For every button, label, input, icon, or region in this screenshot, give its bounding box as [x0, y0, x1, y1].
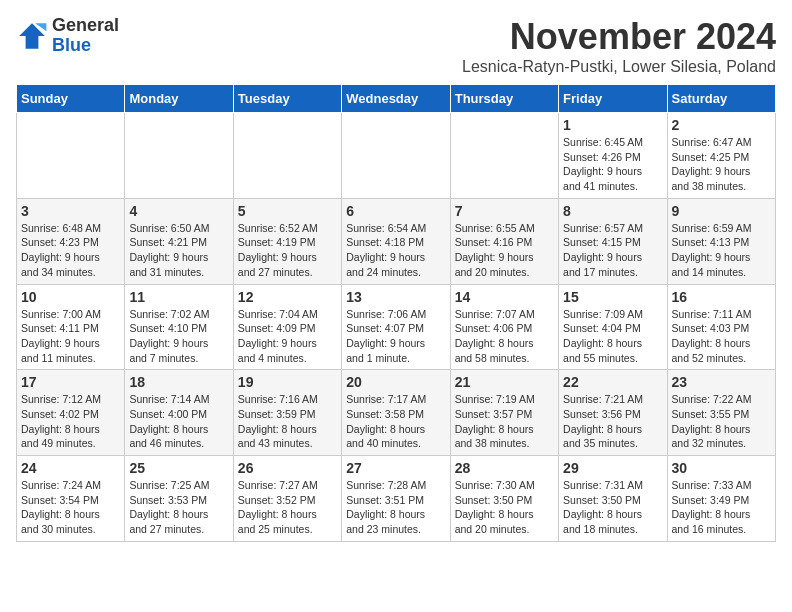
calendar-week-3: 10Sunrise: 7:00 AM Sunset: 4:11 PM Dayli… [17, 284, 776, 370]
day-info: Sunrise: 7:24 AM Sunset: 3:54 PM Dayligh… [21, 478, 120, 537]
month-title: November 2024 [462, 16, 776, 58]
title-block: November 2024 Lesnica-Ratyn-Pustki, Lowe… [462, 16, 776, 76]
day-info: Sunrise: 7:16 AM Sunset: 3:59 PM Dayligh… [238, 392, 337, 451]
day-info: Sunrise: 7:19 AM Sunset: 3:57 PM Dayligh… [455, 392, 554, 451]
calendar-cell: 1Sunrise: 6:45 AM Sunset: 4:26 PM Daylig… [559, 113, 667, 199]
day-number: 15 [563, 289, 662, 305]
calendar-cell: 11Sunrise: 7:02 AM Sunset: 4:10 PM Dayli… [125, 284, 233, 370]
header-day-wednesday: Wednesday [342, 85, 450, 113]
calendar-cell: 23Sunrise: 7:22 AM Sunset: 3:55 PM Dayli… [667, 370, 775, 456]
day-number: 23 [672, 374, 771, 390]
header-day-tuesday: Tuesday [233, 85, 341, 113]
calendar-cell: 17Sunrise: 7:12 AM Sunset: 4:02 PM Dayli… [17, 370, 125, 456]
day-info: Sunrise: 6:48 AM Sunset: 4:23 PM Dayligh… [21, 221, 120, 280]
day-number: 4 [129, 203, 228, 219]
calendar-cell: 29Sunrise: 7:31 AM Sunset: 3:50 PM Dayli… [559, 456, 667, 542]
calendar-cell [342, 113, 450, 199]
day-info: Sunrise: 7:09 AM Sunset: 4:04 PM Dayligh… [563, 307, 662, 366]
logo-general: General [52, 15, 119, 35]
day-info: Sunrise: 6:45 AM Sunset: 4:26 PM Dayligh… [563, 135, 662, 194]
calendar-cell: 10Sunrise: 7:00 AM Sunset: 4:11 PM Dayli… [17, 284, 125, 370]
day-number: 25 [129, 460, 228, 476]
calendar-cell [233, 113, 341, 199]
calendar-cell: 4Sunrise: 6:50 AM Sunset: 4:21 PM Daylig… [125, 198, 233, 284]
day-number: 18 [129, 374, 228, 390]
calendar-cell: 12Sunrise: 7:04 AM Sunset: 4:09 PM Dayli… [233, 284, 341, 370]
day-number: 22 [563, 374, 662, 390]
day-number: 19 [238, 374, 337, 390]
header-day-monday: Monday [125, 85, 233, 113]
calendar-cell: 24Sunrise: 7:24 AM Sunset: 3:54 PM Dayli… [17, 456, 125, 542]
calendar-cell: 30Sunrise: 7:33 AM Sunset: 3:49 PM Dayli… [667, 456, 775, 542]
day-info: Sunrise: 7:06 AM Sunset: 4:07 PM Dayligh… [346, 307, 445, 366]
day-number: 20 [346, 374, 445, 390]
day-number: 11 [129, 289, 228, 305]
calendar-week-2: 3Sunrise: 6:48 AM Sunset: 4:23 PM Daylig… [17, 198, 776, 284]
header-day-sunday: Sunday [17, 85, 125, 113]
calendar-cell: 9Sunrise: 6:59 AM Sunset: 4:13 PM Daylig… [667, 198, 775, 284]
day-number: 2 [672, 117, 771, 133]
header-row: SundayMondayTuesdayWednesdayThursdayFrid… [17, 85, 776, 113]
logo-text: General Blue [52, 16, 119, 56]
day-info: Sunrise: 7:33 AM Sunset: 3:49 PM Dayligh… [672, 478, 771, 537]
calendar-cell [450, 113, 558, 199]
day-info: Sunrise: 7:00 AM Sunset: 4:11 PM Dayligh… [21, 307, 120, 366]
day-info: Sunrise: 6:57 AM Sunset: 4:15 PM Dayligh… [563, 221, 662, 280]
day-info: Sunrise: 7:14 AM Sunset: 4:00 PM Dayligh… [129, 392, 228, 451]
calendar-cell: 5Sunrise: 6:52 AM Sunset: 4:19 PM Daylig… [233, 198, 341, 284]
day-info: Sunrise: 7:31 AM Sunset: 3:50 PM Dayligh… [563, 478, 662, 537]
day-info: Sunrise: 7:27 AM Sunset: 3:52 PM Dayligh… [238, 478, 337, 537]
day-info: Sunrise: 7:28 AM Sunset: 3:51 PM Dayligh… [346, 478, 445, 537]
day-number: 1 [563, 117, 662, 133]
calendar-cell: 15Sunrise: 7:09 AM Sunset: 4:04 PM Dayli… [559, 284, 667, 370]
day-info: Sunrise: 6:50 AM Sunset: 4:21 PM Dayligh… [129, 221, 228, 280]
day-info: Sunrise: 7:21 AM Sunset: 3:56 PM Dayligh… [563, 392, 662, 451]
day-number: 16 [672, 289, 771, 305]
day-number: 28 [455, 460, 554, 476]
day-number: 21 [455, 374, 554, 390]
day-info: Sunrise: 6:47 AM Sunset: 4:25 PM Dayligh… [672, 135, 771, 194]
day-number: 29 [563, 460, 662, 476]
logo-icon [16, 20, 48, 52]
day-number: 9 [672, 203, 771, 219]
day-info: Sunrise: 7:04 AM Sunset: 4:09 PM Dayligh… [238, 307, 337, 366]
calendar-cell: 2Sunrise: 6:47 AM Sunset: 4:25 PM Daylig… [667, 113, 775, 199]
day-number: 3 [21, 203, 120, 219]
day-info: Sunrise: 7:22 AM Sunset: 3:55 PM Dayligh… [672, 392, 771, 451]
calendar-cell [125, 113, 233, 199]
calendar-cell: 20Sunrise: 7:17 AM Sunset: 3:58 PM Dayli… [342, 370, 450, 456]
calendar-cell: 3Sunrise: 6:48 AM Sunset: 4:23 PM Daylig… [17, 198, 125, 284]
calendar-cell: 14Sunrise: 7:07 AM Sunset: 4:06 PM Dayli… [450, 284, 558, 370]
day-info: Sunrise: 6:54 AM Sunset: 4:18 PM Dayligh… [346, 221, 445, 280]
day-info: Sunrise: 6:59 AM Sunset: 4:13 PM Dayligh… [672, 221, 771, 280]
calendar-cell: 6Sunrise: 6:54 AM Sunset: 4:18 PM Daylig… [342, 198, 450, 284]
calendar-cell: 28Sunrise: 7:30 AM Sunset: 3:50 PM Dayli… [450, 456, 558, 542]
calendar-cell: 13Sunrise: 7:06 AM Sunset: 4:07 PM Dayli… [342, 284, 450, 370]
day-number: 8 [563, 203, 662, 219]
day-number: 6 [346, 203, 445, 219]
calendar-cell: 27Sunrise: 7:28 AM Sunset: 3:51 PM Dayli… [342, 456, 450, 542]
day-info: Sunrise: 7:25 AM Sunset: 3:53 PM Dayligh… [129, 478, 228, 537]
day-number: 5 [238, 203, 337, 219]
calendar-table: SundayMondayTuesdayWednesdayThursdayFrid… [16, 84, 776, 542]
calendar-body: 1Sunrise: 6:45 AM Sunset: 4:26 PM Daylig… [17, 113, 776, 542]
day-info: Sunrise: 7:02 AM Sunset: 4:10 PM Dayligh… [129, 307, 228, 366]
day-number: 27 [346, 460, 445, 476]
day-number: 24 [21, 460, 120, 476]
day-number: 12 [238, 289, 337, 305]
header-day-saturday: Saturday [667, 85, 775, 113]
calendar-week-1: 1Sunrise: 6:45 AM Sunset: 4:26 PM Daylig… [17, 113, 776, 199]
header-day-thursday: Thursday [450, 85, 558, 113]
calendar-cell [17, 113, 125, 199]
day-info: Sunrise: 7:30 AM Sunset: 3:50 PM Dayligh… [455, 478, 554, 537]
calendar-cell: 26Sunrise: 7:27 AM Sunset: 3:52 PM Dayli… [233, 456, 341, 542]
calendar-cell: 21Sunrise: 7:19 AM Sunset: 3:57 PM Dayli… [450, 370, 558, 456]
calendar-header: SundayMondayTuesdayWednesdayThursdayFrid… [17, 85, 776, 113]
logo: General Blue [16, 16, 119, 56]
calendar-week-4: 17Sunrise: 7:12 AM Sunset: 4:02 PM Dayli… [17, 370, 776, 456]
header-day-friday: Friday [559, 85, 667, 113]
calendar-cell: 19Sunrise: 7:16 AM Sunset: 3:59 PM Dayli… [233, 370, 341, 456]
calendar-cell: 16Sunrise: 7:11 AM Sunset: 4:03 PM Dayli… [667, 284, 775, 370]
day-info: Sunrise: 7:17 AM Sunset: 3:58 PM Dayligh… [346, 392, 445, 451]
day-number: 17 [21, 374, 120, 390]
